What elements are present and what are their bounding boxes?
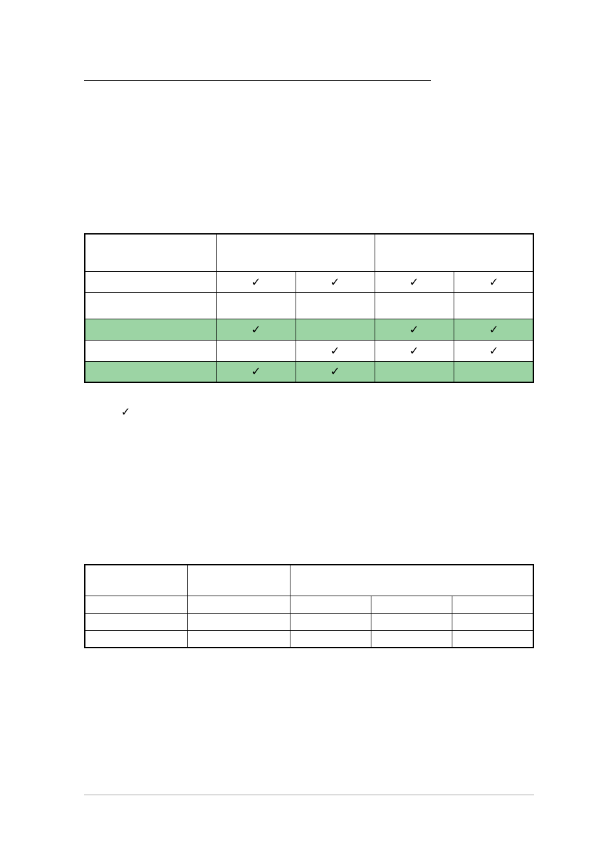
- table-row: [85, 292, 533, 319]
- table-cell: ✓: [217, 319, 296, 340]
- check-icon: ✓: [330, 276, 340, 288]
- table-cell: [188, 613, 290, 630]
- table-cell: [85, 596, 188, 613]
- table-cell: ✓: [217, 271, 296, 292]
- check-icon: ✓: [330, 366, 340, 377]
- table-cell: [290, 630, 371, 648]
- table-cell: ✓: [296, 271, 375, 292]
- table-cell: ✓: [375, 271, 454, 292]
- table-cell: ✓: [296, 361, 375, 382]
- check-icon: ✓: [251, 324, 261, 335]
- table-header-cell: [188, 565, 290, 596]
- page: ✓ ✓ ✓ ✓ ✓ ✓ ✓ ✓ ✓ ✓ ✓ ✓: [0, 0, 613, 868]
- table-cell: [454, 361, 533, 382]
- check-icon: ✓: [251, 276, 261, 288]
- table-cell: ✓: [454, 319, 533, 340]
- horizontal-rule-top: [84, 80, 431, 81]
- table-cell: [85, 613, 188, 630]
- table-row: [85, 234, 533, 271]
- table-row: ✓ ✓ ✓ ✓: [85, 271, 533, 292]
- table-cell: [371, 613, 452, 630]
- table-row: [85, 613, 533, 630]
- table-cell: [454, 292, 533, 319]
- table-cell: [371, 630, 452, 648]
- table-cell: [85, 292, 217, 319]
- table-row: ✓ ✓ ✓: [85, 340, 533, 361]
- table-header-cell: [375, 234, 533, 271]
- table-cell: [290, 613, 371, 630]
- table-header-cell: [85, 565, 188, 596]
- table-row: [85, 630, 533, 648]
- table-header-cell: [85, 234, 217, 271]
- horizontal-rule-bottom: [84, 794, 534, 795]
- table-row: ✓ ✓: [85, 361, 533, 382]
- table-header-cell: [217, 234, 375, 271]
- check-icon: ✓: [121, 405, 130, 419]
- table-1: ✓ ✓ ✓ ✓ ✓ ✓ ✓ ✓ ✓ ✓ ✓ ✓: [84, 233, 534, 383]
- table-cell: [296, 319, 375, 340]
- table-cell: [452, 613, 533, 630]
- table-cell: [85, 340, 217, 361]
- table-cell: ✓: [454, 271, 533, 292]
- table-cell: [85, 361, 217, 382]
- check-icon: ✓: [489, 324, 499, 335]
- table-cell: ✓: [454, 340, 533, 361]
- table-cell: [188, 596, 290, 613]
- check-icon: ✓: [409, 324, 419, 335]
- check-icon: ✓: [330, 345, 340, 357]
- table-cell: [217, 340, 296, 361]
- table-cell: [217, 292, 296, 319]
- table-cell: [188, 630, 290, 648]
- table-row: [85, 565, 533, 596]
- check-icon: ✓: [489, 345, 499, 357]
- check-icon: ✓: [251, 366, 261, 377]
- table-cell: [452, 630, 533, 648]
- table-header-cell: [290, 565, 533, 596]
- table-cell: [85, 630, 188, 648]
- check-icon: ✓: [409, 345, 419, 357]
- table-row: [85, 596, 533, 613]
- table-cell: ✓: [375, 319, 454, 340]
- table-cell: [296, 292, 375, 319]
- table-cell: [371, 596, 452, 613]
- table-cell: [290, 596, 371, 613]
- table-cell: ✓: [296, 340, 375, 361]
- table-row: ✓ ✓ ✓: [85, 319, 533, 340]
- table-cell: [85, 271, 217, 292]
- table-cell: [452, 596, 533, 613]
- check-icon: ✓: [489, 276, 499, 288]
- check-icon: ✓: [409, 276, 419, 288]
- table-cell: [375, 292, 454, 319]
- table-cell: ✓: [217, 361, 296, 382]
- table-cell: [85, 319, 217, 340]
- table-cell: ✓: [375, 340, 454, 361]
- table-2: [84, 564, 534, 648]
- table-cell: [375, 361, 454, 382]
